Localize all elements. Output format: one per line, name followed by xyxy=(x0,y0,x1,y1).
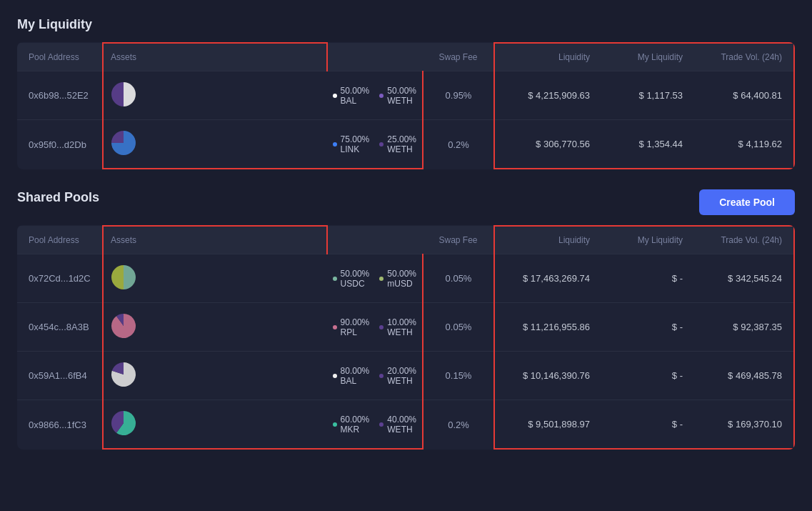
sp-col-trade-vol: Trade Vol. (24h) xyxy=(694,226,794,254)
table-row[interactable]: 0x454c...8A3B90.00% RPL10.00% WETH0.05%$… xyxy=(17,303,794,352)
asset-label: 50.00% mUSD xyxy=(379,269,416,289)
asset-dot xyxy=(379,277,384,281)
pool-pie-chart xyxy=(103,352,327,400)
shared-pools-header: Shared Pools Create Pool xyxy=(17,189,795,215)
asset-label: 75.00% LINK xyxy=(333,134,370,154)
liquidity-value: $ 17,463,269.74 xyxy=(494,254,601,303)
swap-fee: 0.2% xyxy=(423,400,494,450)
asset-label: 25.00% WETH xyxy=(379,134,416,154)
table-row[interactable]: 0x6b98...52E250.00% BAL50.00% WETH0.95%$… xyxy=(17,71,794,120)
sp-col-swap-fee: Swap Fee xyxy=(423,226,494,254)
asset-label: 90.00% RPL xyxy=(333,317,370,337)
asset-label: 50.00% USDC xyxy=(333,269,370,289)
asset-dot xyxy=(333,142,337,147)
my-liquidity-value: $ 1,117.53 xyxy=(601,71,694,120)
asset-dot xyxy=(333,277,337,281)
my-liquidity-value: $ - xyxy=(601,254,694,303)
pool-asset-labels: 90.00% RPL10.00% WETH xyxy=(327,303,423,352)
pool-pie-chart xyxy=(103,400,327,450)
col-swap-fee: Swap Fee xyxy=(423,43,494,71)
pool-asset-labels: 50.00% BAL50.00% WETH xyxy=(327,71,423,120)
table-row[interactable]: 0x72Cd...1d2C50.00% USDC50.00% mUSD0.05%… xyxy=(17,254,794,303)
pool-pie-chart xyxy=(103,71,327,120)
pool-address: 0x9866...1fC3 xyxy=(17,400,103,450)
create-pool-button[interactable]: Create Pool xyxy=(699,189,795,215)
pool-address: 0x454c...8A3B xyxy=(17,303,103,352)
col-assets: Assets xyxy=(103,43,327,71)
table-row[interactable]: 0x95f0...d2Db75.00% LINK25.00% WETH0.2%$… xyxy=(17,120,794,169)
pool-asset-labels: 60.00% MKR40.00% WETH xyxy=(327,400,423,450)
asset-dot xyxy=(333,325,337,329)
sp-col-assets: Assets xyxy=(103,226,327,254)
trade-volume-value: $ 169,370.10 xyxy=(694,400,794,450)
pool-pie-chart xyxy=(103,120,327,169)
asset-label: 20.00% WETH xyxy=(379,366,416,386)
pool-pie-chart xyxy=(103,303,327,352)
asset-dot xyxy=(379,422,384,427)
my-liquidity-value: $ - xyxy=(601,400,694,450)
my-liquidity-value: $ - xyxy=(601,303,694,352)
swap-fee: 0.05% xyxy=(423,254,494,303)
shared-pools-title: Shared Pools xyxy=(17,190,99,205)
asset-dot xyxy=(379,142,384,147)
shared-pools-table: Pool Address Assets Swap Fee Liquidity M… xyxy=(17,225,795,450)
swap-fee: 0.15% xyxy=(423,352,494,400)
trade-volume-value: $ 64,400.81 xyxy=(694,71,794,120)
pool-asset-labels: 80.00% BAL20.00% WETH xyxy=(327,352,423,400)
liquidity-value: $ 9,501,898.97 xyxy=(494,400,601,450)
my-liquidity-value: $ - xyxy=(601,352,694,400)
swap-fee: 0.05% xyxy=(423,303,494,352)
trade-volume-value: $ 92,387.35 xyxy=(694,303,794,352)
pool-asset-labels: 50.00% USDC50.00% mUSD xyxy=(327,254,423,303)
asset-label: 60.00% MKR xyxy=(333,415,370,435)
sp-col-liquidity: Liquidity xyxy=(494,226,601,254)
asset-dot xyxy=(379,325,384,329)
pool-pie-chart xyxy=(103,254,327,303)
col-pool-address: Pool Address xyxy=(17,43,103,71)
col-my-liquidity: My Liquidity xyxy=(601,43,694,71)
sp-col-my-liquidity: My Liquidity xyxy=(601,226,694,254)
liquidity-value: $ 4,215,909.63 xyxy=(494,71,601,120)
table-row[interactable]: 0x59A1...6fB480.00% BAL20.00% WETH0.15%$… xyxy=(17,352,794,400)
pool-address: 0x59A1...6fB4 xyxy=(17,352,103,400)
asset-dot xyxy=(379,374,384,378)
swap-fee: 0.2% xyxy=(423,120,494,169)
asset-label: 10.00% WETH xyxy=(379,317,416,337)
asset-dot xyxy=(333,94,337,98)
asset-dot xyxy=(333,374,337,378)
liquidity-value: $ 10,146,390.76 xyxy=(494,352,601,400)
liquidity-value: $ 11,216,955.86 xyxy=(494,303,601,352)
trade-volume-value: $ 342,545.24 xyxy=(694,254,794,303)
asset-label: 40.00% WETH xyxy=(379,415,416,435)
sp-col-pool-address: Pool Address xyxy=(17,226,103,254)
asset-label: 50.00% BAL xyxy=(333,86,370,106)
pool-address: 0x95f0...d2Db xyxy=(17,120,103,169)
asset-dot xyxy=(379,94,384,98)
my-liquidity-title: My Liquidity xyxy=(17,17,795,32)
pool-address: 0x72Cd...1d2C xyxy=(17,254,103,303)
pool-address: 0x6b98...52E2 xyxy=(17,71,103,120)
col-liquidity: Liquidity xyxy=(494,43,601,71)
asset-dot xyxy=(333,422,337,427)
asset-label: 80.00% BAL xyxy=(333,366,370,386)
asset-label: 50.00% WETH xyxy=(379,86,416,106)
table-row[interactable]: 0x9866...1fC360.00% MKR40.00% WETH0.2%$ … xyxy=(17,400,794,450)
pool-asset-labels: 75.00% LINK25.00% WETH xyxy=(327,120,423,169)
swap-fee: 0.95% xyxy=(423,71,494,120)
liquidity-value: $ 306,770.56 xyxy=(494,120,601,169)
my-liquidity-table: Pool Address Assets Swap Fee Liquidity M… xyxy=(17,42,795,169)
col-trade-vol: Trade Vol. (24h) xyxy=(694,43,794,71)
trade-volume-value: $ 4,119.62 xyxy=(694,120,794,169)
my-liquidity-value: $ 1,354.44 xyxy=(601,120,694,169)
trade-volume-value: $ 469,485.78 xyxy=(694,352,794,400)
